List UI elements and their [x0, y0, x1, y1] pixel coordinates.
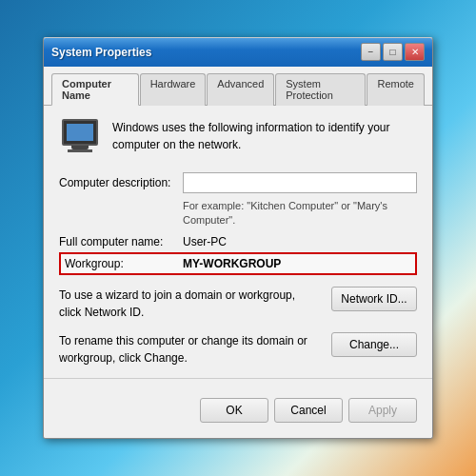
network-id-text: To use a wizard to join a domain or work… [59, 287, 320, 321]
ok-button[interactable]: OK [200, 398, 268, 423]
tab-hardware[interactable]: Hardware [140, 73, 207, 106]
apply-button[interactable]: Apply [348, 398, 417, 423]
monitor-screen [67, 124, 93, 141]
tab-system-protection[interactable]: System Protection [275, 73, 366, 106]
full-computer-name-row: Full computer name: User-PC [59, 235, 417, 248]
tab-content: Windows uses the following information t… [44, 106, 432, 439]
maximize-button[interactable]: □ [383, 43, 403, 61]
computer-description-label: Computer description: [59, 176, 183, 189]
monitor-icon [62, 119, 98, 146]
close-button[interactable]: ✕ [405, 43, 425, 61]
full-computer-name-value: User-PC [183, 235, 227, 248]
workgroup-value: MY-WORKGROUP [183, 257, 281, 270]
tab-computer-name[interactable]: Computer Name [51, 73, 139, 106]
tab-remote[interactable]: Remote [367, 73, 425, 106]
computer-description-hint: For example: "Kitchen Computer" or "Mary… [183, 199, 417, 228]
minimize-button[interactable]: − [361, 43, 381, 61]
title-bar-buttons: − □ ✕ [361, 43, 425, 61]
monitor-stand [68, 149, 92, 152]
computer-description-row: Computer description: [59, 172, 417, 193]
system-properties-dialog: System Properties − □ ✕ Computer Name Ha… [43, 37, 433, 440]
bottom-buttons: OK Cancel Apply [59, 390, 417, 425]
divider [44, 378, 432, 379]
change-button[interactable]: Change... [331, 332, 417, 357]
change-text: To rename this computer or change its do… [59, 332, 320, 367]
network-id-section: To use a wizard to join a domain or work… [59, 287, 417, 321]
header-section: Windows uses the following information t… [59, 119, 417, 157]
full-computer-name-label: Full computer name: [59, 235, 183, 248]
computer-icon [59, 119, 101, 157]
network-id-button[interactable]: Network ID... [331, 287, 417, 311]
tab-advanced[interactable]: Advanced [207, 73, 274, 106]
header-description: Windows uses the following information t… [112, 119, 417, 153]
computer-description-input[interactable] [183, 172, 417, 193]
tabs-bar: Computer Name Hardware Advanced System P… [44, 67, 432, 106]
change-section: To rename this computer or change its do… [59, 332, 417, 367]
workgroup-row: Workgroup: MY-WORKGROUP [59, 252, 417, 275]
title-bar: System Properties − □ ✕ [44, 38, 432, 67]
dialog-title: System Properties [51, 46, 151, 59]
cancel-button[interactable]: Cancel [274, 398, 343, 423]
workgroup-label: Workgroup: [65, 257, 183, 270]
